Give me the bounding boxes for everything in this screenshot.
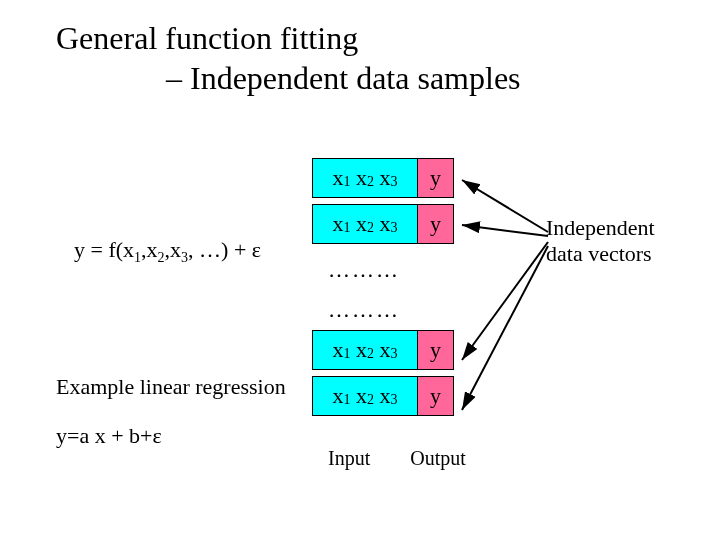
output-label: Output — [410, 447, 466, 470]
title-line-1: General function fitting — [56, 18, 521, 58]
arrow-line — [462, 225, 548, 236]
independent-vectors-label: Independent data vectors — [546, 215, 655, 268]
data-row-4: x1 x2 x3 y — [312, 376, 454, 416]
example-label: Example linear regression — [56, 374, 286, 400]
title-line-2: – Independent data samples — [56, 58, 521, 98]
output-cell: y — [418, 158, 454, 198]
data-row-3: x1 x2 x3 y — [312, 330, 454, 370]
ellipsis-row: ……… — [312, 290, 454, 330]
input-cell: x1 x2 x3 — [312, 158, 418, 198]
ellipsis-row: ……… — [312, 250, 454, 290]
arrow-line — [462, 180, 548, 232]
input-cell: x1 x2 x3 — [312, 204, 418, 244]
data-vectors-table: x1 x2 x3 y x1 x2 x3 y ……… ……… x1 x2 x3 y… — [312, 158, 454, 422]
output-cell: y — [418, 330, 454, 370]
linear-regression-equation: y=a x + b+ε — [56, 423, 162, 449]
data-row-1: x1 x2 x3 y — [312, 158, 454, 198]
main-formula: y = f(x1,x2,x3, …) + ε — [74, 237, 261, 266]
output-cell: y — [418, 376, 454, 416]
slide-title: General function fitting – Independent d… — [56, 18, 521, 98]
input-output-labels: Input Output — [328, 447, 466, 470]
output-cell: y — [418, 204, 454, 244]
arrow-line — [462, 242, 548, 360]
data-row-2: x1 x2 x3 y — [312, 204, 454, 244]
arrow-line — [462, 246, 548, 410]
input-label: Input — [328, 447, 370, 470]
input-cell: x1 x2 x3 — [312, 330, 418, 370]
input-cell: x1 x2 x3 — [312, 376, 418, 416]
